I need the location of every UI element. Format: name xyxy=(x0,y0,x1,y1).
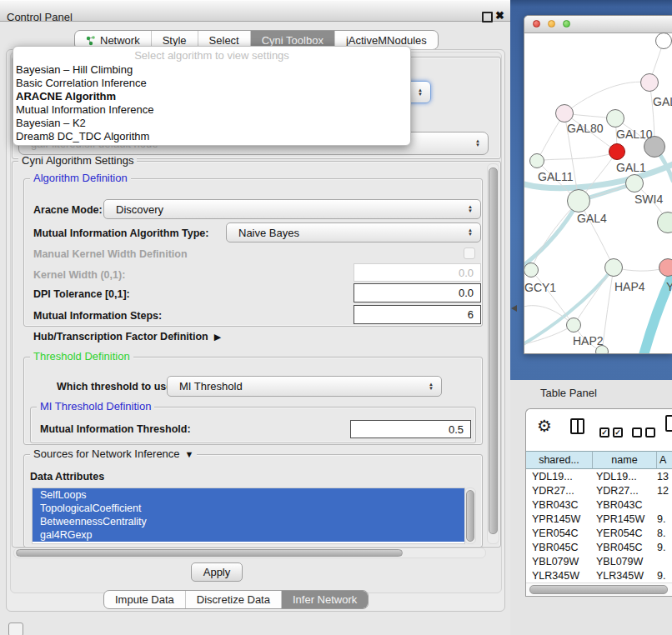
document-icon[interactable] xyxy=(665,415,672,432)
table-row[interactable]: YDR27...YDR27...12 xyxy=(526,484,672,498)
node-label: GAL10 xyxy=(616,128,653,141)
deselect-all-columns-icon[interactable] xyxy=(632,428,655,438)
network-node[interactable] xyxy=(524,262,539,278)
column-header[interactable]: A xyxy=(657,451,672,469)
collapse-right-icon[interactable]: ▶ xyxy=(214,332,221,342)
column-header[interactable]: name xyxy=(593,451,657,469)
table-row[interactable]: YDL19...YDL19...13 xyxy=(526,470,672,484)
stepper-icon: ▲▼ xyxy=(414,88,426,97)
apply-button[interactable]: Apply xyxy=(191,562,243,582)
table-panel-title: Table Panel xyxy=(540,387,597,399)
manual-kernel-checkbox[interactable] xyxy=(464,248,475,259)
table-row[interactable]: YBR043CYBR043C xyxy=(526,498,672,512)
hub-definition-section[interactable]: Hub/Transcription Factor Definition ▶ xyxy=(33,331,221,342)
network-node[interactable] xyxy=(640,73,659,92)
application-window: Control Panel ✖ Network Style Select Cyn… xyxy=(0,0,672,635)
algorithm-option[interactable]: Mutual Information Inference xyxy=(13,103,410,117)
mi-threshold-label: Mutual Information Threshold: xyxy=(40,423,191,435)
kernel-width-field[interactable]: 0.0 xyxy=(354,263,481,282)
network-window-titlebar xyxy=(524,16,672,33)
tab-discretize-data[interactable]: Discretize Data xyxy=(185,591,281,608)
network-node[interactable] xyxy=(604,258,623,277)
node-label: HAP4 xyxy=(614,280,645,293)
mi-type-label: Mutual Information Algorithm Type: xyxy=(33,228,208,239)
close-traffic-light-icon[interactable] xyxy=(533,20,540,28)
which-threshold-combobox[interactable]: MI Threshold ▲▼ xyxy=(167,376,442,397)
list-item-selected[interactable]: SelfLoops xyxy=(33,488,464,502)
mi-type-value: Naive Bayes xyxy=(238,227,464,239)
table-row[interactable]: YBR045CYBR045C9. xyxy=(526,541,672,555)
close-icon[interactable]: ✖ xyxy=(495,9,504,22)
settings-vertical-scrollbar[interactable] xyxy=(487,163,499,544)
node-label: GAL11 xyxy=(538,170,574,183)
mi-steps-field[interactable]: 6 xyxy=(354,305,481,324)
node-label: GAL4 xyxy=(577,212,607,225)
algorithm-option[interactable]: Basic Correlation Inference xyxy=(13,77,410,90)
mi-type-combobox[interactable]: Naive Bayes ▲▼ xyxy=(226,222,481,242)
collapse-down-icon[interactable]: ▼ xyxy=(185,448,194,460)
algorithm-option[interactable]: Bayesian – Hill Climbing xyxy=(13,63,410,77)
stepper-icon: ▲▼ xyxy=(425,382,437,391)
cyni-algorithm-settings-title: Cyni Algorithm Settings xyxy=(18,155,137,167)
network-node[interactable] xyxy=(606,109,624,128)
list-item-selected[interactable]: BetweennessCentrality xyxy=(33,515,464,528)
gear-icon[interactable]: ⚙ xyxy=(537,416,552,436)
table-row[interactable]: YLR345WYLR345W9. xyxy=(526,569,672,583)
network-node[interactable] xyxy=(655,32,672,49)
network-canvas[interactable]: GAL GAL80 GAL10 GAL1 GAL11 SWI4 GAL4 GCY… xyxy=(524,32,672,353)
list-vertical-scrollbar[interactable] xyxy=(464,488,476,544)
network-node[interactable] xyxy=(609,143,625,160)
list-item-selected[interactable]: TopologicalCoefficient xyxy=(33,502,464,515)
threshold-definition-title: Threshold Definition xyxy=(30,351,133,362)
table-row[interactable]: YBL079WYBL079W xyxy=(526,555,672,569)
control-panel-titlebar xyxy=(0,0,510,22)
columns-icon[interactable] xyxy=(570,418,584,434)
tab-infer-network[interactable]: Infer Network xyxy=(281,591,368,608)
table-row[interactable]: YPR145WYPR145W9. xyxy=(526,512,672,527)
network-icon xyxy=(86,35,96,46)
tab-impute-data[interactable]: Impute Data xyxy=(104,591,185,608)
node-label: GAL80 xyxy=(567,122,604,135)
dpi-tolerance-field[interactable]: 0.0 xyxy=(354,283,481,302)
network-node[interactable] xyxy=(555,104,574,122)
mi-threshold-field[interactable]: 0.5 xyxy=(350,420,471,438)
column-header[interactable]: shared... xyxy=(526,451,593,469)
sources-title: Sources for Network Inference xyxy=(33,448,180,460)
kernel-width-value: 0.0 xyxy=(459,267,474,279)
node-table-container: ⚙ ✓ ✓ shared... name A YDL19...YDL19...1… xyxy=(525,408,672,597)
float-window-icon[interactable] xyxy=(482,12,493,22)
zoom-traffic-light-icon[interactable] xyxy=(563,20,570,28)
dpi-tolerance-label: DPI Tolerance [0,1]: xyxy=(33,288,130,300)
minimize-traffic-light-icon[interactable] xyxy=(548,20,555,28)
settings-horizontal-scrollbar-thumb[interactable] xyxy=(16,549,403,557)
network-node[interactable] xyxy=(625,174,644,192)
algorithm-option-selected[interactable]: ARACNE Algorithm xyxy=(13,90,410,103)
collapsed-panel-icon[interactable] xyxy=(8,622,23,635)
data-attributes-list: SelfLoops TopologicalCoefficient Between… xyxy=(32,488,465,544)
node-label: GAL1 xyxy=(616,161,646,174)
algorithm-option[interactable]: Bayesian – K2 xyxy=(13,117,410,130)
mi-threshold-value: 0.5 xyxy=(449,423,464,436)
table-horizontal-scrollbar-thumb[interactable] xyxy=(529,585,668,594)
network-node[interactable] xyxy=(567,189,590,212)
list-scrollbar-thumb[interactable] xyxy=(466,490,474,542)
network-view-window[interactable]: GAL GAL80 GAL10 GAL1 GAL11 SWI4 GAL4 GCY… xyxy=(524,15,672,354)
list-item-selected[interactable]: gal4RGexp xyxy=(33,528,464,542)
table-horizontal-scrollbar[interactable] xyxy=(526,582,672,595)
select-all-columns-icon[interactable]: ✓ ✓ xyxy=(599,428,623,438)
settings-horizontal-scrollbar[interactable] xyxy=(13,548,486,558)
aracne-mode-combobox[interactable]: Discovery ▲▼ xyxy=(103,199,481,219)
node-label: GCY1 xyxy=(524,281,556,294)
network-node[interactable] xyxy=(566,318,581,332)
sources-title-row[interactable]: Sources for Network Inference ▼ xyxy=(30,448,197,460)
settings-vertical-scrollbar-thumb[interactable] xyxy=(489,168,498,534)
network-node[interactable] xyxy=(529,153,544,168)
aracne-mode-label: Aracne Mode: xyxy=(33,204,103,216)
control-panel-title: Control Panel xyxy=(7,10,73,25)
table-row[interactable]: YER054CYER054C8. xyxy=(526,527,672,541)
aracne-mode-value: Discovery xyxy=(116,203,464,216)
node-label: SWI4 xyxy=(634,192,663,206)
node-label: HAP2 xyxy=(573,334,604,348)
network-node[interactable] xyxy=(659,258,672,277)
algorithm-option[interactable]: Dream8 DC_TDC Algorithm xyxy=(13,130,410,143)
